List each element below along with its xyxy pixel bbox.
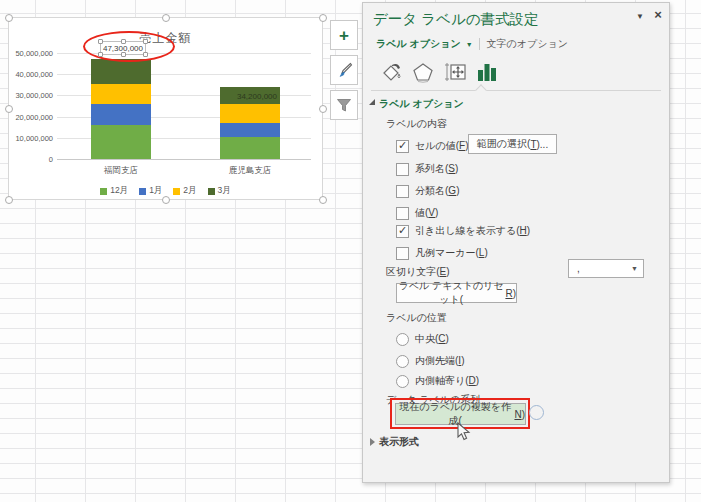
- mouse-cursor: [457, 422, 472, 441]
- y-tick-label: 40,000,000: [10, 70, 53, 79]
- effects-icon[interactable]: [407, 57, 439, 87]
- bar-segment-2月[interactable]: [91, 84, 151, 104]
- legend-label: 2月: [183, 185, 196, 197]
- legend-item-1月[interactable]: 1月: [139, 185, 162, 197]
- chevron-down-icon: ▼: [631, 265, 643, 272]
- legend-swatch-icon: [173, 188, 180, 195]
- plus-icon: +: [339, 27, 349, 44]
- chart-resize-handle[interactable]: [5, 105, 13, 113]
- checkbox-icon[interactable]: [396, 207, 409, 220]
- radio-label: 内側先端(I): [415, 354, 464, 368]
- separator-value: ,: [569, 263, 631, 274]
- pane-divider: [371, 90, 661, 91]
- expand-triangle-icon[interactable]: [370, 438, 375, 446]
- checkbox-category-name[interactable]: 分類名(G): [396, 184, 459, 198]
- checkbox-icon[interactable]: [396, 163, 409, 176]
- legend-item-2月[interactable]: 2月: [173, 185, 196, 197]
- section-number-format[interactable]: 表示形式: [379, 435, 419, 449]
- data-label-total[interactable]: 34,200,000: [222, 92, 292, 101]
- checkbox-icon[interactable]: [396, 140, 409, 153]
- selected-data-label[interactable]: 47,300,000: [100, 41, 146, 55]
- tab-text-options[interactable]: 文字のオプション: [487, 37, 568, 51]
- separator-label: 区切り文字(E): [386, 265, 450, 279]
- radio-icon[interactable]: [396, 333, 409, 346]
- radio-inside-base[interactable]: 内側軸寄り(D): [396, 374, 479, 388]
- checkbox-icon[interactable]: [396, 185, 409, 198]
- checkbox-series-name[interactable]: 系列名(S): [396, 162, 458, 176]
- chart-resize-handle[interactable]: [319, 196, 327, 204]
- pane-tabs: ラベル オプション ▼ 文字のオプション: [376, 37, 568, 51]
- radio-label: 中央(C): [415, 332, 449, 346]
- legend-item-3月[interactable]: 3月: [208, 185, 231, 197]
- legend-swatch-icon: [100, 188, 107, 195]
- radio-center[interactable]: 中央(C): [396, 332, 449, 346]
- selection-handle[interactable]: [143, 39, 148, 44]
- format-data-labels-pane: データ ラベルの書式設定 ▼ × ラベル オプション ▼ 文字のオプション: [362, 2, 670, 483]
- funnel-icon: [336, 98, 352, 113]
- checkbox-label: 凡例マーカー(L): [415, 246, 488, 260]
- chart-resize-handle[interactable]: [162, 14, 170, 22]
- checkbox-label: 値(V): [415, 206, 438, 220]
- section-label-options[interactable]: ラベル オプション: [379, 97, 464, 111]
- click-indicator-circle: [529, 405, 544, 420]
- bar-segment-12月[interactable]: [91, 125, 151, 159]
- selection-handle[interactable]: [121, 39, 126, 44]
- bar-segment-12月[interactable]: [220, 137, 280, 159]
- checkbox-value[interactable]: 値(V): [396, 206, 438, 220]
- select-range-button[interactable]: 範囲の選択(T)...: [468, 134, 557, 154]
- radio-icon[interactable]: [396, 355, 409, 368]
- bar-segment-2月[interactable]: [220, 104, 280, 123]
- tab-label-options[interactable]: ラベル オプション: [376, 37, 461, 51]
- pane-options-button[interactable]: ▼: [633, 12, 647, 24]
- reset-label-text-button[interactable]: ラベル テキストのリセット(R): [396, 283, 517, 303]
- category-label[interactable]: 福岡支店: [76, 165, 166, 177]
- x-axis-line: [57, 159, 311, 160]
- chart-resize-handle[interactable]: [319, 105, 327, 113]
- chart-resize-handle[interactable]: [5, 196, 13, 204]
- checkbox-show-leader-lines[interactable]: 引き出し線を表示する(H): [396, 224, 530, 238]
- close-icon: ×: [654, 7, 662, 22]
- chart-resize-handle[interactable]: [5, 14, 13, 22]
- legend-item-12月[interactable]: 12月: [100, 185, 128, 197]
- plot-area[interactable]: 50,000,00040,000,00030,000,00020,000,000…: [57, 53, 311, 159]
- y-tick-label: 20,000,000: [10, 113, 53, 122]
- legend-label: 3月: [218, 185, 231, 197]
- legend-label: 12月: [110, 185, 128, 197]
- checkbox-label: 分類名(G): [415, 184, 459, 198]
- selection-handle[interactable]: [121, 52, 126, 57]
- checkbox-icon[interactable]: [396, 225, 409, 238]
- radio-icon[interactable]: [396, 375, 409, 388]
- checkbox-cell-value[interactable]: セルの値(F): [396, 139, 469, 153]
- chart-filters-button[interactable]: [330, 90, 358, 120]
- y-tick-label: 30,000,000: [10, 91, 53, 100]
- radio-label: 内側軸寄り(D): [415, 374, 479, 388]
- checkbox-label: セルの値(F): [415, 139, 469, 153]
- radio-inside-end[interactable]: 内側先端(I): [396, 354, 464, 368]
- chart-area[interactable]: 売上金額 50,000,00040,000,00030,000,00020,00…: [8, 17, 323, 200]
- brush-icon: [335, 61, 353, 79]
- chart-styles-button[interactable]: [330, 55, 358, 85]
- category-label[interactable]: 鹿児島支店: [205, 165, 295, 177]
- bar-segment-1月[interactable]: [220, 123, 280, 137]
- selection-handle[interactable]: [98, 39, 103, 44]
- pane-close-button[interactable]: ×: [651, 7, 665, 23]
- category-icon-row: [375, 57, 503, 87]
- separator-dropdown[interactable]: , ▼: [568, 259, 644, 278]
- chart-resize-handle[interactable]: [162, 196, 170, 204]
- checkbox-legend-key[interactable]: 凡例マーカー(L): [396, 246, 488, 260]
- collapse-triangle-icon[interactable]: [369, 99, 375, 105]
- y-tick-label: 50,000,000: [10, 49, 53, 58]
- bar-segment-3月[interactable]: [91, 59, 151, 84]
- checkbox-icon[interactable]: [396, 247, 409, 260]
- chevron-down-icon[interactable]: ▼: [466, 41, 473, 48]
- y-tick-label: 0: [10, 155, 53, 164]
- fill-line-icon[interactable]: [375, 57, 407, 87]
- selection-handle[interactable]: [143, 52, 148, 57]
- bar-segment-1月[interactable]: [91, 104, 151, 125]
- tab-divider: [479, 38, 480, 50]
- size-properties-icon[interactable]: [439, 57, 471, 87]
- selection-handle[interactable]: [98, 52, 103, 57]
- chart-elements-button[interactable]: +: [330, 20, 358, 50]
- chart-resize-handle[interactable]: [319, 14, 327, 22]
- label-options-icon[interactable]: [471, 57, 503, 87]
